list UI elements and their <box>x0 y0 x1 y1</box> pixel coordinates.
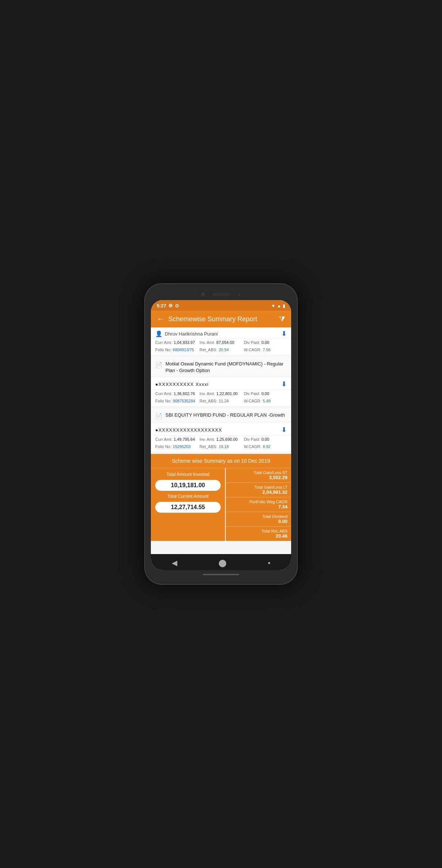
fund2-div-paid: Div Paid: 0.00 <box>244 391 287 396</box>
total-invested-box: 10,19,181.00 <box>155 480 221 491</box>
dividend-row: Total Dividend 0.00 <box>226 512 291 527</box>
ret-abs-row: Total Ret. ABS 20.46 <box>226 527 291 541</box>
fund2-retabs-value: 11.24 <box>219 399 229 403</box>
fund1-div-paid: Div Paid: 0.00 <box>244 340 287 345</box>
summary-body: Total Amount Invested 10,19,181.00 Total… <box>151 468 291 541</box>
fund3-wcagr-value: 8.92 <box>263 444 270 449</box>
gain-lt-value: 2,04,981.32 <box>229 489 287 495</box>
fund1-inv-amt-value: 87,054.00 <box>216 340 234 345</box>
phone-frame: 5:27 ⚙ ⊙ ▼ ▲ ▮ ← Schemewise Summary Repo… <box>144 283 298 585</box>
dividend-value: 0.00 <box>229 519 287 524</box>
fund2-header: 📄 Motilal Oswal Dynamic Fund (MOFDYNAMIC… <box>151 357 291 377</box>
fund1-retabs-value: 20.54 <box>219 348 229 352</box>
fund1-header: 👤 Dhruv Harikrishna Purani ⬇ <box>151 327 291 339</box>
camera <box>201 293 205 296</box>
back-nav-button[interactable]: ◀ <box>172 558 177 567</box>
home-indicator <box>203 574 239 575</box>
fund1-curr-amt-value: 1,04,933.97 <box>174 340 195 345</box>
phone-top <box>151 290 291 300</box>
fund3-header: 📄 SBI EQUITY HYBRID FUND - REGULAR PLAN … <box>151 408 291 423</box>
total-current-value: 12,27,714.55 <box>171 504 205 510</box>
summary-right-panel: Total Gain/Loss ST 3,552.29 Total Gain/L… <box>226 468 291 541</box>
bottom-nav: ◀ ⬤ ▪ <box>151 554 291 570</box>
fund3-curr-amt-label: Curr Amt: <box>155 437 172 441</box>
fund-card-1: 👤 Dhruv Harikrishna Purani ⬇ Curr Amt: 1… <box>151 327 291 355</box>
filter-button[interactable]: ⧩ <box>279 315 285 323</box>
fund3-curr-amt-value: 1,49,795.64 <box>174 437 195 441</box>
fund3-div-paid: Div Paid: 0.00 <box>244 437 287 441</box>
fund3-inv-amt-value: 1,25,690.00 <box>216 437 237 441</box>
fund3-inv-amt-label: Inv. Amt: <box>199 437 215 441</box>
total-invested-label: Total Amount Invested <box>155 472 221 477</box>
portfolio-label: PortFolio Weg.CAGR <box>229 500 287 504</box>
fund1-curr-amt-label: Curr Amt: <box>155 340 172 345</box>
fund1-wcagr-label: W.CAGR: <box>244 348 262 352</box>
dividend-label: Total Dividend <box>229 514 287 519</box>
fund3-inv-amt: Inv. Amt: 1,25,690.00 <box>199 437 242 441</box>
person-icon: 👤 <box>155 330 163 337</box>
gain-st-label: Total Gain/Loss ST <box>229 470 287 475</box>
fund3-download-icon[interactable]: ⬇ <box>281 426 287 434</box>
fund2-retabs-label: Ret_ABS: <box>199 399 217 403</box>
sensor <box>238 293 241 296</box>
fund1-folio: Folio No: 6804913/75 <box>155 348 198 352</box>
ret-abs-label: Total Ret. ABS <box>229 529 287 533</box>
fund1-data-row1: Curr Amt: 1,04,933.97 Inv. Amt: 87,054.0… <box>151 339 291 346</box>
fund1-inv-amt-label: Inv. Amt: <box>199 340 215 345</box>
battery-icon: ▮ <box>283 303 285 308</box>
cast-icon: ⊙ <box>175 303 179 308</box>
fund3-account-row: ●XXXXXXXXXXXXXXXXXX ⬇ <box>151 423 291 436</box>
fund2-div-value: 0.00 <box>262 391 269 396</box>
portfolio-value: 7.34 <box>229 504 287 509</box>
document-icon-3: 📄 <box>155 413 163 420</box>
content-area[interactable]: 👤 Dhruv Harikrishna Purani ⬇ Curr Amt: 1… <box>151 327 291 554</box>
fund2-name: Motilal Oswal Dynamic Fund (MOFDYNAMIC) … <box>165 361 287 374</box>
gain-st-value: 3,552.29 <box>229 475 287 480</box>
fund3-folio-value: 15295203 <box>173 444 191 449</box>
fund2-wcagr: W.CAGR: 5.49 <box>244 399 287 403</box>
gain-lt-row: Total Gain/Loss LT 2,04,981.32 <box>226 483 291 497</box>
home-nav-button[interactable]: ⬤ <box>218 558 226 567</box>
fund1-download-icon[interactable]: ⬇ <box>281 330 287 338</box>
fund1-wcagr: W.CAGR: 7.56 <box>244 348 287 352</box>
fund3-folio: Folio No: 15295203 <box>155 444 198 449</box>
fund2-inv-amt-value: 1,22,801.00 <box>216 391 237 396</box>
fund3-div-label: Div Paid: <box>244 437 260 441</box>
fund2-curr-amt-value: 1,36,602.76 <box>174 391 195 396</box>
status-left: 5:27 ⚙ ⊙ <box>157 303 179 308</box>
time-display: 5:27 <box>157 303 166 308</box>
total-current-box: 12,27,714.55 <box>155 502 221 513</box>
fund1-retabs-label: Ret_ABS: <box>199 348 217 352</box>
fund3-data-row2: Folio No: 15295203 Ret_ABS: 19.18 W.CAGR… <box>151 443 291 452</box>
fund2-wcagr-label: W.CAGR: <box>244 399 262 403</box>
fund3-retabs: Ret_ABS: 19.18 <box>199 444 242 449</box>
summary-left-panel: Total Amount Invested 10,19,181.00 Total… <box>151 468 226 541</box>
fund-card-2: 📄 Motilal Oswal Dynamic Fund (MOFDYNAMIC… <box>151 357 291 406</box>
speaker <box>212 293 230 296</box>
fund2-download-icon[interactable]: ⬇ <box>281 380 287 388</box>
fund2-retabs: Ret_ABS: 11.24 <box>199 399 242 403</box>
fund2-div-label: Div Paid: <box>244 391 260 396</box>
ret-abs-value: 20.46 <box>229 533 287 539</box>
fund3-account-id: ●XXXXXXXXXXXXXXXXXX <box>155 427 222 433</box>
fund3-data-row1: Curr Amt: 1,49,795.64 Inv. Amt: 1,25,690… <box>151 436 291 443</box>
fund3-wcagr-label: W.CAGR: <box>244 444 262 449</box>
fund1-curr-amt: Curr Amt: 1,04,933.97 <box>155 340 198 345</box>
fund1-data-row2: Folio No: 6804913/75 Ret_ABS: 20.54 W.CA… <box>151 346 291 355</box>
fund1-inv-amt: Inv. Amt: 87,054.00 <box>199 340 242 345</box>
fund1-folio-value: 6804913/75 <box>173 348 194 352</box>
signal-icon: ▲ <box>277 303 281 308</box>
summary-header: Scheme wise Summary as on 10 Dec 2019 <box>151 454 291 468</box>
document-icon-2: 📄 <box>155 361 163 368</box>
back-button[interactable]: ← <box>157 314 165 324</box>
fund3-div-value: 0.00 <box>262 437 269 441</box>
app-bar-left: ← Schemewise Summary Report <box>157 314 257 324</box>
fund3-name: SBI EQUITY HYBRID FUND - REGULAR PLAN -G… <box>165 412 285 418</box>
total-invested-value: 10,19,181.00 <box>171 482 205 488</box>
fund2-wcagr-value: 5.49 <box>263 399 270 403</box>
total-current-label: Total Current Amount <box>155 494 221 499</box>
fund2-data-row1: Curr Amt: 1,36,602.76 Inv. Amt: 1,22,801… <box>151 390 291 397</box>
fund2-inv-amt-label: Inv. Amt: <box>199 391 215 396</box>
fund3-retabs-value: 19.18 <box>219 444 229 449</box>
recent-nav-button[interactable]: ▪ <box>268 559 270 567</box>
